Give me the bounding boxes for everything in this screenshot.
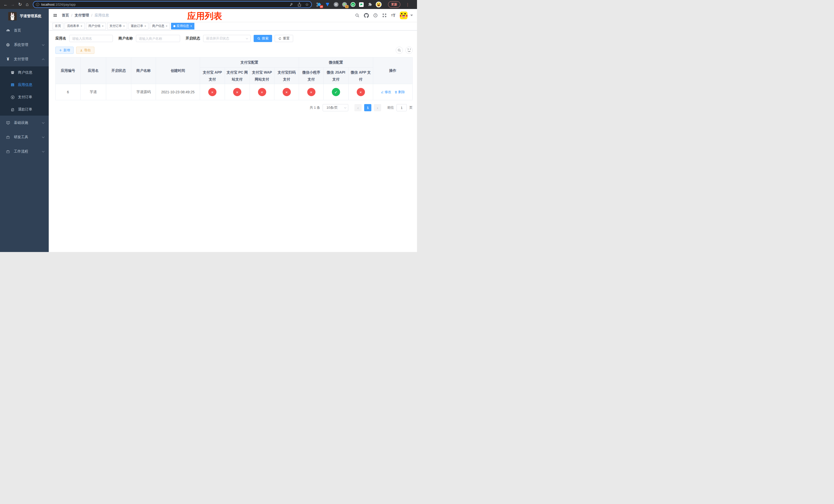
browser-profile-avatar[interactable] bbox=[376, 2, 381, 7]
merchant-name-input[interactable] bbox=[136, 35, 180, 42]
add-button[interactable]: 新增 bbox=[56, 47, 73, 54]
col-actions: 操作 bbox=[373, 58, 413, 84]
close-icon[interactable]: × bbox=[166, 25, 168, 28]
close-icon[interactable]: × bbox=[81, 25, 82, 28]
yen-circle-icon bbox=[10, 95, 15, 99]
sidebar-item-home[interactable]: 首页 bbox=[0, 23, 49, 38]
extension-diamond-icon[interactable]: 10 bbox=[316, 2, 322, 7]
extension-chat-icon[interactable] bbox=[359, 2, 364, 7]
sidebar-item-merchant-info[interactable]: 商户信息 bbox=[0, 66, 49, 79]
browser-home-button[interactable]: ⌂ bbox=[24, 2, 30, 8]
header-search-icon[interactable] bbox=[355, 13, 359, 18]
sidebar-logo[interactable]: 芋道管理系统 bbox=[0, 9, 49, 23]
browser-reload-button[interactable]: ↻ bbox=[17, 2, 23, 8]
sidebar-item-app-info[interactable]: 应用信息 bbox=[0, 79, 49, 91]
goto-label: 前往 bbox=[387, 105, 394, 110]
sidebar-item-dev-tools[interactable]: 研发工具 bbox=[0, 130, 49, 144]
store-icon bbox=[10, 70, 15, 75]
goto-page-input[interactable] bbox=[396, 104, 407, 111]
password-key-icon[interactable] bbox=[289, 3, 294, 7]
browser-toolbar: ← → ↻ ⌂ i localhost:1024/pay/app ☆ 10 ⌘ bbox=[0, 0, 417, 9]
extensions-puzzle-icon[interactable] bbox=[367, 2, 372, 7]
extension-recorder-icon[interactable]: 1 bbox=[342, 2, 347, 7]
browser-update-button[interactable]: 更新 bbox=[388, 1, 400, 8]
share-icon[interactable] bbox=[298, 2, 301, 7]
tab-home[interactable]: 首页 bbox=[52, 23, 63, 29]
col-alipay-qr: 支付宝扫码支付 bbox=[275, 68, 299, 84]
prev-page-button[interactable]: ‹ bbox=[354, 104, 361, 111]
close-icon[interactable]: × bbox=[190, 25, 192, 28]
sidebar-item-label: 商户信息 bbox=[18, 70, 44, 75]
app-title: 芋道管理系统 bbox=[20, 14, 41, 19]
url-text[interactable]: localhost:1024/pay/app bbox=[41, 3, 76, 6]
alipay-wap-status-icon: × bbox=[258, 88, 266, 96]
chevron-down-icon bbox=[42, 43, 45, 46]
col-created: 创建时间 bbox=[156, 58, 200, 84]
breadcrumb-section[interactable]: 支付管理 bbox=[74, 13, 89, 18]
sidebar-item-pay-order[interactable]: 支付订单 bbox=[0, 91, 49, 103]
next-page-button[interactable]: › bbox=[374, 104, 381, 111]
app-name-input[interactable] bbox=[69, 35, 113, 42]
sidebar-item-system[interactable]: 系统管理 bbox=[0, 38, 49, 52]
tab-pay-order[interactable]: 支付订单× bbox=[107, 23, 127, 29]
current-page[interactable]: 1 bbox=[364, 104, 371, 111]
delete-link[interactable]: 删除 bbox=[394, 90, 405, 94]
browser-forward-button[interactable]: → bbox=[10, 2, 16, 8]
document-icon bbox=[10, 108, 15, 112]
sidebar-item-payment[interactable]: ¥ 支付管理 bbox=[0, 52, 49, 66]
dashboard-icon bbox=[6, 28, 10, 33]
url-host: localhost bbox=[41, 3, 54, 6]
tab-user-group[interactable]: 用户分组× bbox=[86, 23, 106, 29]
tab-merchant-info[interactable]: 商户信息× bbox=[150, 23, 170, 29]
breadcrumb: 首页 / 支付管理 / 应用信息 bbox=[62, 13, 109, 18]
font-size-icon[interactable]: TT bbox=[391, 13, 395, 18]
close-icon[interactable]: × bbox=[145, 25, 146, 28]
avatar-caret-icon[interactable] bbox=[410, 15, 413, 16]
sidebar-item-workflow[interactable]: 工作流程 bbox=[0, 144, 49, 159]
sidebar-collapse-icon[interactable] bbox=[52, 13, 58, 18]
sidebar-item-label: 工作流程 bbox=[14, 149, 42, 154]
address-bar[interactable]: i localhost:1024/pay/app ☆ bbox=[33, 1, 312, 8]
toggle-search-button[interactable] bbox=[396, 47, 403, 54]
tab-process-form[interactable]: 流程表单× bbox=[65, 23, 85, 29]
help-icon[interactable]: ? bbox=[373, 13, 378, 18]
export-button[interactable]: 导出 bbox=[76, 47, 94, 54]
navbar: 首页 / 支付管理 / 应用信息 ? bbox=[49, 9, 417, 22]
tab-refund-order[interactable]: 退款订单× bbox=[129, 23, 149, 29]
filter-form: 应用名 商户名称 开启状态 请选择开启状态 搜索 重置 bbox=[56, 35, 413, 42]
close-icon[interactable]: × bbox=[102, 25, 104, 28]
edit-link[interactable]: 修改 bbox=[381, 90, 391, 94]
cell-app-name: 芋道 bbox=[81, 84, 106, 100]
sidebar-item-refund-order[interactable]: 退款订单 bbox=[0, 103, 49, 116]
pagination: 共 1 条 10条/页 ‹ 1 › 前往 页 bbox=[56, 104, 413, 111]
extension-gem-icon[interactable] bbox=[325, 2, 330, 7]
github-icon[interactable] bbox=[364, 13, 369, 18]
browser-menu-icon[interactable]: ⋮ bbox=[406, 2, 410, 7]
tab-app-info[interactable]: 应用信息× bbox=[171, 23, 194, 29]
extension-command-icon[interactable]: ⌘ bbox=[333, 2, 338, 7]
search-button[interactable]: 搜索 bbox=[254, 35, 272, 42]
page-size-select[interactable]: 10条/页 bbox=[323, 104, 348, 111]
fullscreen-icon[interactable] bbox=[382, 13, 387, 18]
extension-y-icon[interactable]: y bbox=[350, 2, 355, 7]
col-wechat-lite: 微信小程序支付 bbox=[299, 68, 324, 84]
sidebar-item-label: 应用信息 bbox=[18, 83, 44, 87]
reset-button[interactable]: 重置 bbox=[275, 35, 293, 42]
col-wechat-jsapi: 微信 JSAPI 支付 bbox=[324, 68, 349, 84]
col-merchant: 商户名称 bbox=[131, 58, 156, 84]
app-name-label: 应用名 bbox=[56, 36, 66, 41]
bookmark-star-icon[interactable]: ☆ bbox=[305, 2, 309, 7]
page-unit-label: 页 bbox=[409, 105, 413, 110]
user-avatar[interactable] bbox=[400, 12, 408, 19]
url-path: :1024/pay/app bbox=[54, 3, 75, 6]
breadcrumb-home[interactable]: 首页 bbox=[62, 13, 69, 18]
col-wechat-app: 微信 APP 支付 bbox=[349, 68, 373, 84]
grid-table-icon bbox=[10, 83, 15, 87]
refresh-button[interactable] bbox=[405, 47, 413, 54]
sidebar-item-infrastructure[interactable]: 基础设施 bbox=[0, 116, 49, 130]
chevron-down-icon bbox=[344, 106, 346, 108]
browser-back-button[interactable]: ← bbox=[3, 2, 9, 8]
site-info-icon[interactable]: i bbox=[36, 3, 39, 6]
close-icon[interactable]: × bbox=[123, 25, 125, 28]
status-select[interactable]: 请选择开启状态 bbox=[203, 35, 250, 42]
